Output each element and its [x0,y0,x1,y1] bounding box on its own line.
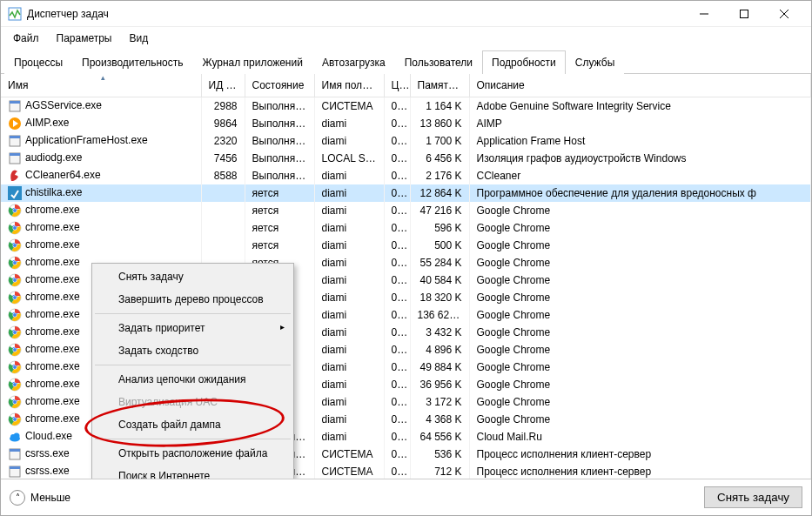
chrome-icon [8,395,22,409]
table-row[interactable]: chrome.exeяетсяdiami00596 KGoogle Chrome [1,219,811,237]
cell-user: diami [314,306,384,324]
tab-startup[interactable]: Автозагрузка [312,50,395,74]
cell-user: diami [314,428,384,446]
cell-memory: 1 164 K [410,97,469,116]
aimp-icon [8,117,22,131]
cell-state: яется [245,219,314,237]
chevron-up-icon: ˄ [10,490,25,506]
table-row[interactable]: chrome.exeяетсяdiami00500 KGoogle Chrome [1,237,811,254]
cell-user: diami [314,324,384,341]
svg-rect-69 [10,449,20,452]
table-row[interactable]: ApplicationFrameHost.exe2320Выполняетсяd… [1,132,811,150]
cell-user: diami [314,184,384,202]
svg-point-67 [14,433,20,439]
cell-pid [201,237,245,254]
cell-pid [201,202,245,219]
cell-state: яется [245,202,314,219]
cell-cpu: 00 [384,132,410,150]
tab-app-history[interactable]: Журнал приложений [193,50,312,74]
tab-performance[interactable]: Производительность [72,50,192,74]
cell-description: Google Chrome [469,271,811,289]
context-menu-item[interactable]: Создать файл дампа [94,413,292,436]
maximize-button[interactable] [724,1,764,27]
chrome-icon [8,221,22,235]
cell-memory: 13 860 K [410,115,469,132]
chrome-icon [8,343,22,357]
context-menu: Снять задачуЗавершить дерево процессовЗа… [91,263,294,479]
tab-bar: Процессы Производительность Журнал прило… [1,50,811,74]
context-menu-item[interactable]: Снять задачу [94,265,292,288]
table-row[interactable]: chistilka.exeяетсяdiami0012 864 KПрограм… [1,184,811,202]
cell-cpu: 00 [384,376,410,393]
generic-app-icon [8,134,22,148]
cell-cpu: 00 [384,324,410,341]
menu-view[interactable]: Вид [122,29,155,48]
cell-user: LOCAL SE... [314,150,384,167]
svg-point-56 [13,383,17,386]
cell-cpu: 00 [384,271,410,289]
col-header-memory[interactable]: Память (ч... [410,74,469,97]
cell-description: AIMP [469,115,811,132]
cell-description: Изоляция графов аудиоустройств Windows [469,150,811,167]
cell-cpu: 00 [384,150,410,167]
cell-name: CCleaner64.exe [1,167,201,184]
table-row[interactable]: chrome.exeяетсяdiami0047 216 KGoogle Chr… [1,202,811,219]
svg-rect-2 [741,10,748,17]
close-button[interactable] [764,1,804,27]
context-menu-item[interactable]: Поиск в Интернете [94,465,292,479]
tab-details[interactable]: Подробности [482,50,566,74]
col-header-name[interactable]: Имя [1,74,201,97]
context-menu-item[interactable]: Анализ цепочки ожидания [94,368,292,391]
context-menu-item[interactable]: Задать сходство [94,339,292,362]
cell-user: diami [314,271,384,289]
cell-description: Google Chrome [469,254,811,271]
cell-user: diami [314,411,384,428]
cell-description: Google Chrome [469,341,811,359]
cell-state: яется [245,237,314,254]
cloud-icon [8,430,22,444]
tab-services[interactable]: Службы [566,50,624,74]
context-menu-item[interactable]: Завершить дерево процессов [94,288,292,311]
context-menu-item[interactable]: Задать приоритет [94,317,292,339]
col-header-pid[interactable]: ИД п... [201,74,245,97]
cell-description: Application Frame Host [469,132,811,150]
chrome-icon [8,378,22,392]
menubar: Файл Параметры Вид [1,27,811,50]
svg-point-24 [13,244,17,247]
table-row[interactable]: AGSService.exe2988ВыполняетсяСИСТЕМА001 … [1,97,811,116]
table-row[interactable]: AIMP.exe9864Выполняетсяdiami0213 860 KAI… [1,115,811,132]
col-header-state[interactable]: Состояние [245,74,314,97]
tab-users[interactable]: Пользователи [395,50,482,74]
cell-description: Google Chrome [469,306,811,324]
fewer-details-button[interactable]: ˄ Меньше [10,490,70,506]
end-task-button[interactable]: Снять задачу [704,486,802,508]
col-header-cpu[interactable]: ЦП [384,74,410,97]
cell-memory: 36 956 K [410,376,469,393]
svg-point-44 [13,331,17,334]
minimize-button[interactable] [684,1,724,27]
generic-app-icon [8,151,22,165]
cell-description: Программное обеспечение для удаления вре… [469,184,811,202]
tab-processes[interactable]: Процессы [4,50,72,74]
cell-pid: 2320 [201,132,245,150]
table-row[interactable]: CCleaner64.exe8588Выполняетсяdiami002 17… [1,167,811,184]
context-menu-item[interactable]: Открыть расположение файла [94,442,292,465]
cell-cpu: 00 [384,254,410,271]
cell-memory: 47 216 K [410,202,469,219]
menu-file[interactable]: Файл [6,29,46,48]
cell-user: diami [314,167,384,184]
cell-state: Выполняется [245,132,314,150]
cell-memory: 4 368 K [410,411,469,428]
cell-memory: 12 864 K [410,184,469,202]
chistilka-icon [8,186,22,200]
cell-cpu: 00 [384,446,410,463]
menu-options[interactable]: Параметры [50,29,119,48]
cell-pid: 2988 [201,97,245,116]
chrome-icon [8,291,22,305]
col-header-description[interactable]: Описание [469,74,811,97]
cell-name: chrome.exe [1,219,201,237]
cell-description: Google Chrome [469,411,811,428]
cell-memory: 18 320 K [410,289,469,306]
col-header-user[interactable]: Имя польз... [314,74,384,97]
table-row[interactable]: audiodg.exe7456ВыполняетсяLOCAL SE...006… [1,150,811,167]
